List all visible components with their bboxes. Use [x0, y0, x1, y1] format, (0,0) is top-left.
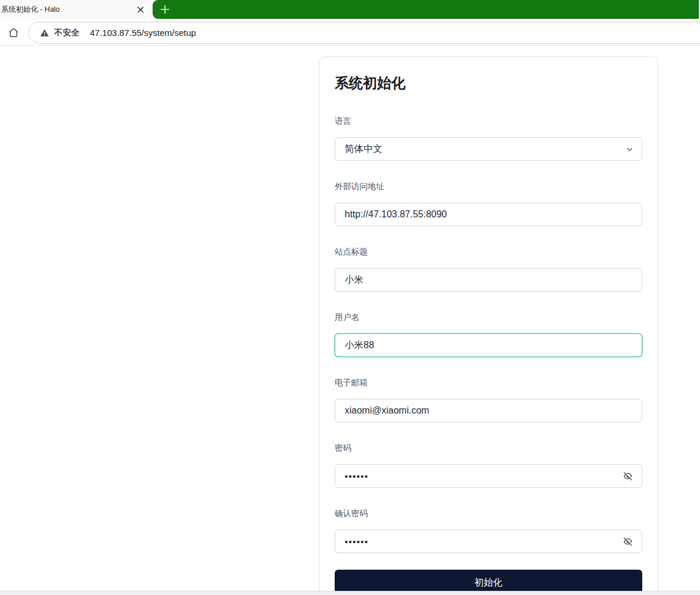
tab-strip-theme-area: [153, 0, 699, 19]
field-external-url: 外部访问地址: [335, 180, 642, 226]
eye-off-icon[interactable]: [623, 537, 633, 547]
address-bar[interactable]: 不安全 47.103.87.55/system/setup: [28, 22, 700, 44]
username-input[interactable]: [335, 333, 642, 357]
field-password: 密码: [335, 442, 642, 488]
tab-title: 系统初始化 - Halo: [0, 5, 136, 15]
new-tab-button[interactable]: [159, 4, 171, 15]
browser-toolbar: 不安全 47.103.87.55/system/setup: [0, 19, 700, 46]
username-label: 用户名: [335, 311, 642, 323]
field-site-title: 站点标题: [335, 246, 642, 292]
email-input[interactable]: [335, 399, 642, 422]
browser-tab-strip: 系统初始化 - Halo: [0, 0, 700, 19]
site-title-input[interactable]: [335, 268, 642, 292]
password-input[interactable]: [335, 464, 642, 488]
setup-card: 系统初始化 语言 简体中文 外部访问地址 站点标题: [319, 57, 658, 595]
confirm-password-label: 确认密码: [335, 507, 642, 519]
field-confirm-password: 确认密码: [335, 507, 642, 553]
field-language: 语言 简体中文: [335, 115, 642, 161]
browser-active-tab[interactable]: 系统初始化 - Halo: [0, 0, 152, 19]
page-title: 系统初始化: [335, 72, 642, 94]
external-url-label: 外部访问地址: [335, 180, 642, 192]
language-select[interactable]: 简体中文: [335, 137, 642, 161]
security-status[interactable]: 不安全: [39, 28, 80, 38]
email-label: 电子邮箱: [335, 376, 642, 388]
language-selected-value: 简体中文: [345, 143, 382, 156]
site-title-label: 站点标题: [335, 246, 642, 257]
url-text: 47.103.87.55/system/setup: [90, 28, 196, 38]
field-username: 用户名: [335, 311, 642, 357]
security-label: 不安全: [54, 28, 80, 38]
password-label: 密码: [335, 442, 642, 454]
confirm-password-input[interactable]: [335, 530, 642, 553]
chevron-down-icon: [626, 146, 633, 153]
field-email: 电子邮箱: [335, 376, 642, 422]
external-url-input[interactable]: [335, 203, 642, 226]
tab-close-icon[interactable]: [136, 5, 145, 15]
warning-triangle-icon: [39, 28, 49, 38]
eye-off-icon[interactable]: [623, 471, 633, 481]
home-button[interactable]: [6, 25, 21, 40]
page-background: 系统初始化 语言 简体中文 外部访问地址 站点标题: [0, 46, 700, 591]
language-label: 语言: [335, 115, 642, 127]
window-bottom-edge: [0, 591, 700, 595]
